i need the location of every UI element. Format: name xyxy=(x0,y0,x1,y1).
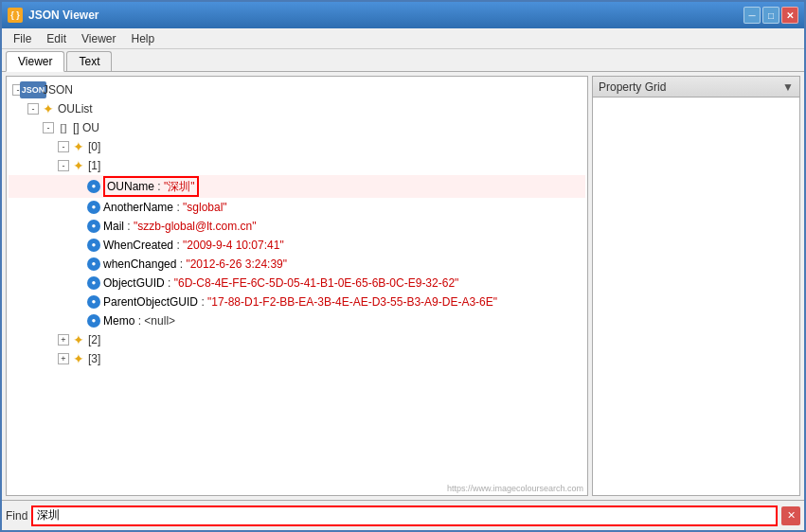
tree-node-ou-arr[interactable]: - [] [] OU xyxy=(9,118,585,137)
expand-oulist[interactable]: - xyxy=(27,103,39,115)
tree-node-whenchanged[interactable]: ● whenChanged : "2012-6-26 3:24:39" xyxy=(9,255,585,274)
tree-node-parentguid[interactable]: ● ParentObjectGUID : "17-88-D1-F2-BB-EA-… xyxy=(9,293,585,311)
obj-icon-0: ✦ xyxy=(73,138,84,155)
obj-icon-3: ✦ xyxy=(73,350,84,367)
close-button[interactable]: ✕ xyxy=(781,7,798,24)
menu-edit[interactable]: Edit xyxy=(39,30,74,47)
expand-item2[interactable]: + xyxy=(58,334,69,346)
tab-viewer[interactable]: Viewer xyxy=(6,51,64,72)
prop-icon-parentguid: ● xyxy=(87,295,100,309)
label-memo: Memo : <null> xyxy=(103,312,175,329)
tree-node-whencreated[interactable]: ● WhenCreated : "2009-9-4 10:07:41" xyxy=(9,236,585,255)
tree-node-item2[interactable]: + ✦ [2] xyxy=(9,330,585,349)
label-objectguid: ObjectGUID : "6D-C8-4E-FE-6C-5D-05-41-B1… xyxy=(103,275,458,292)
parentguid-value: "17-88-D1-F2-BB-EA-3B-4E-AE-D3-55-B3-A9-… xyxy=(207,295,497,309)
minimize-button[interactable]: ─ xyxy=(743,7,761,24)
menu-bar: File Edit Viewer Help xyxy=(2,28,804,49)
icon-item0: ✦ xyxy=(71,139,86,154)
prop-icon-whencreated: ● xyxy=(87,239,100,252)
tree-node-item0[interactable]: - ✦ [0] xyxy=(9,137,585,156)
app-icon: { } xyxy=(8,8,23,23)
window-title: JSON Viewer xyxy=(28,9,99,22)
tab-text[interactable]: Text xyxy=(66,51,112,71)
title-bar-left: { } JSON Viewer xyxy=(8,8,99,23)
icon-item3: ✦ xyxy=(71,351,86,366)
tree-node-item1[interactable]: - ✦ [1] xyxy=(9,156,585,175)
find-clear-button[interactable]: ✕ xyxy=(781,506,800,525)
tree-node-objectguid[interactable]: ● ObjectGUID : "6D-C8-4E-FE-6C-5D-05-41-… xyxy=(9,274,585,293)
prop-icon-objectguid: ● xyxy=(87,276,100,290)
prop-icon-whenchanged: ● xyxy=(87,257,100,271)
tree-node-ouname[interactable]: ● OUName : "深圳" xyxy=(9,175,585,198)
main-content: - JSON JSON - ✦ OUList - [] [] OU xyxy=(2,72,804,500)
mail-value: "szzb-global@lt.com.cn" xyxy=(134,220,256,233)
icon-parentguid: ● xyxy=(86,294,101,310)
main-window: { } JSON Viewer ─ □ ✕ File Edit Viewer H… xyxy=(0,0,806,532)
label-ou-arr: [] OU xyxy=(73,119,99,136)
prop-icon-mail: ● xyxy=(87,220,100,233)
menu-file[interactable]: File xyxy=(6,30,39,47)
arr-icon: [] xyxy=(60,119,66,136)
watermark: https://www.imagecoloursearch.com xyxy=(443,482,587,495)
icon-objectguid: ● xyxy=(86,275,101,291)
find-label: Find xyxy=(6,509,27,523)
icon-ou-arr: [] xyxy=(56,120,71,135)
prop-icon-ouname: ● xyxy=(87,180,100,193)
whenchanged-value: "2012-6-26 3:24:39" xyxy=(186,257,287,271)
tree-node-memo[interactable]: ● Memo : <null> xyxy=(9,311,585,330)
maximize-button[interactable]: □ xyxy=(762,7,779,24)
title-bar: { } JSON Viewer ─ □ ✕ xyxy=(2,2,804,28)
icon-oulist: ✦ xyxy=(41,101,56,116)
label-anothername: AnotherName : "sglobal" xyxy=(103,199,227,216)
menu-help[interactable]: Help xyxy=(124,30,163,47)
find-bar: Find ✕ xyxy=(2,500,804,530)
icon-item2: ✦ xyxy=(71,332,86,347)
label-item0: [0] xyxy=(88,138,100,155)
whencreated-value: "2009-9-4 10:07:41" xyxy=(183,239,284,252)
property-header: Property Grid ▼ xyxy=(593,77,799,98)
ouname-value: "深圳" xyxy=(164,180,195,193)
ouname-highlighted: OUName : "深圳" xyxy=(103,176,199,197)
tree-node-root[interactable]: - JSON JSON xyxy=(9,80,585,99)
label-whenchanged: whenChanged : "2012-6-26 3:24:39" xyxy=(103,256,287,273)
icon-whenchanged: ● xyxy=(86,257,101,272)
tab-bar: Viewer Text xyxy=(2,49,804,72)
property-panel: Property Grid ▼ xyxy=(592,76,800,496)
icon-whencreated: ● xyxy=(86,238,101,253)
tree-node-item3[interactable]: + ✦ [3] xyxy=(9,349,585,368)
expand-ou-arr[interactable]: - xyxy=(43,122,54,133)
property-grid-title: Property Grid xyxy=(599,80,666,94)
objectguid-value: "6D-C8-4E-FE-6C-5D-05-41-B1-0E-65-6B-0C-… xyxy=(174,276,459,290)
tree-panel[interactable]: - JSON JSON - ✦ OUList - [] [] OU xyxy=(6,76,588,496)
icon-ouname: ● xyxy=(86,179,101,194)
expand-item3[interactable]: + xyxy=(58,353,69,364)
anothername-value: "sglobal" xyxy=(183,201,227,214)
tree-content: - JSON JSON - ✦ OUList - [] [] OU xyxy=(7,77,587,372)
expand-item1[interactable]: - xyxy=(58,160,69,171)
label-item2: [2] xyxy=(88,331,100,348)
tree-node-anothername[interactable]: ● AnotherName : "sglobal" xyxy=(9,198,585,217)
menu-viewer[interactable]: Viewer xyxy=(74,30,123,47)
expand-item0[interactable]: - xyxy=(58,141,69,152)
tree-node-oulist[interactable]: - ✦ OUList xyxy=(9,99,585,118)
icon-anothername: ● xyxy=(86,200,101,215)
prop-icon-memo: ● xyxy=(87,314,100,328)
memo-value: <null> xyxy=(144,314,175,328)
prop-icon-anothername: ● xyxy=(87,201,100,214)
icon-mail: ● xyxy=(86,219,101,234)
label-item3: [3] xyxy=(88,350,100,367)
find-input[interactable] xyxy=(31,505,778,526)
obj-icon-2: ✦ xyxy=(73,331,84,348)
tree-node-mail[interactable]: ● Mail : "szzb-global@lt.com.cn" xyxy=(9,217,585,236)
window-controls: ─ □ ✕ xyxy=(743,7,798,24)
label-mail: Mail : "szzb-global@lt.com.cn" xyxy=(103,218,256,235)
label-oulist: OUList xyxy=(58,100,93,117)
label-item1: [1] xyxy=(88,157,100,174)
obj-icon: ✦ xyxy=(43,100,54,117)
icon-memo: ● xyxy=(86,313,101,328)
anothername-key: AnotherName xyxy=(103,201,173,214)
ouname-key: OUName xyxy=(107,180,154,193)
icon-item1: ✦ xyxy=(71,158,86,173)
label-root: JSON xyxy=(43,81,73,98)
property-dropdown-icon[interactable]: ▼ xyxy=(782,81,794,93)
